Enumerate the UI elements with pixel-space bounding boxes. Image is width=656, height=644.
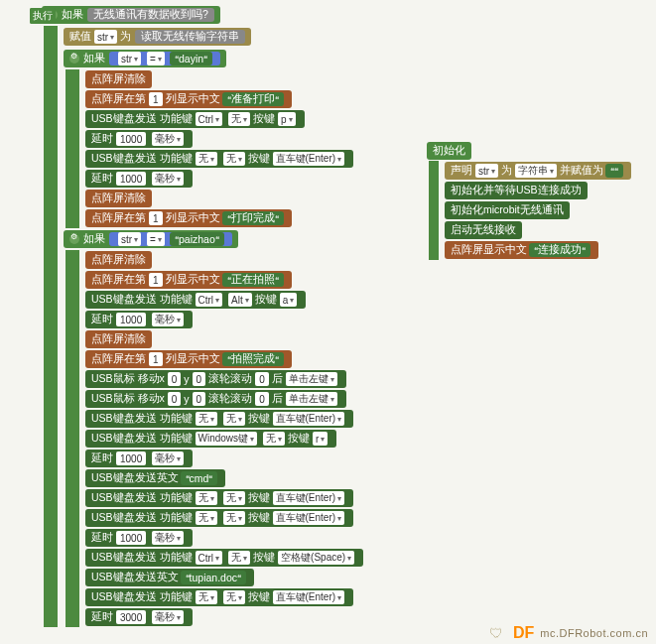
init-panel[interactable]: 初始化 声明 str 为 字符串 并赋值为 初始化并等待USB连接成功 初始化m… bbox=[427, 141, 631, 260]
delay-3[interactable]: 延时1000毫秒 bbox=[85, 311, 193, 328]
usb-enter-3[interactable]: USB键盘发送 功能键 无 无 按键 直车键(Enter) bbox=[85, 489, 353, 507]
eq-dayin[interactable]: str = dayin bbox=[109, 52, 220, 65]
read-wireless[interactable]: 读取无线传输字符串 bbox=[135, 30, 245, 44]
delay-4[interactable]: 延时1000毫秒 bbox=[85, 450, 193, 467]
init-title[interactable]: 初始化 bbox=[427, 142, 471, 160]
init-start-rx[interactable]: 启动无线接收 bbox=[445, 221, 522, 239]
delay-2[interactable]: 延时1000毫秒 bbox=[85, 170, 193, 188]
init-show-ok[interactable]: 点阵屏显示中文 连接成功 bbox=[445, 241, 598, 259]
mouse-2[interactable]: USB鼠标 移动x0 y0 滚轮滚动0 后单击左键 bbox=[85, 390, 346, 408]
clear-1[interactable]: 点阵屏清除 bbox=[85, 70, 152, 88]
delay-1[interactable]: 延时1000毫秒 bbox=[85, 130, 193, 148]
mouse-1[interactable]: USB鼠标 移动x0 y0 滚轮滚动0 后单击左键 bbox=[85, 370, 346, 388]
show-prepare[interactable]: 点阵屏在第1列显示中文 准备打印 bbox=[85, 90, 292, 108]
brand: DF bbox=[513, 624, 534, 642]
clear-2[interactable]: 点阵屏清除 bbox=[85, 190, 152, 207]
footer: 🛡 DF mc.DFRobot.com.cn bbox=[0, 622, 656, 644]
exec-label-2: 执行 bbox=[30, 8, 56, 24]
init-microbit[interactable]: 初始化microbit无线通讯 bbox=[445, 201, 570, 219]
usb-en-cmd[interactable]: USB键盘发送英文 cmd bbox=[85, 469, 225, 487]
init-declare[interactable]: 声明 str 为 字符串 并赋值为 bbox=[445, 162, 631, 180]
shield-icon: 🛡 bbox=[489, 625, 503, 641]
usb-ctrl-space[interactable]: USB键盘发送 功能键 Ctrl 无 按键 空格键(Space) bbox=[85, 549, 363, 567]
show-taking[interactable]: 点阵屏在第1列显示中文 正在拍照 bbox=[85, 271, 292, 289]
usb-ctrl-alt-a[interactable]: USB键盘发送 功能键 Ctrl Alt 按键 a bbox=[85, 291, 306, 309]
show-done-print[interactable]: 点阵屏在第1列显示中文 打印完成 bbox=[85, 209, 292, 227]
if-dayin[interactable]: 如果 str = dayin bbox=[64, 50, 226, 67]
usb-enter-2[interactable]: USB键盘发送 功能键 无 无 按键 直车键(Enter) bbox=[85, 410, 353, 428]
gear-icon bbox=[69, 54, 79, 64]
if-paizhao[interactable]: 如果 str = paizhao bbox=[64, 230, 238, 248]
usb-enter-5[interactable]: USB键盘发送 功能键 无 无 按键 直车键(Enter) bbox=[85, 588, 353, 606]
gear-icon bbox=[69, 234, 79, 244]
usb-enter-4[interactable]: USB键盘发送 功能键 无 无 按键 直车键(Enter) bbox=[85, 509, 353, 527]
init-usb[interactable]: 初始化并等待USB连接成功 bbox=[445, 182, 588, 199]
usb-en-tupian[interactable]: USB键盘发送英文 tupian.doc bbox=[85, 569, 254, 586]
var-dd[interactable]: str bbox=[94, 30, 117, 44]
show-done-photo[interactable]: 点阵屏在第1列显示中文 拍照完成 bbox=[85, 350, 292, 368]
eq-paizhao[interactable]: str = paizhao bbox=[109, 232, 232, 246]
cond-wireless[interactable]: 无线通讯有数据收到吗? bbox=[87, 8, 214, 22]
if-outer[interactable]: 如果 无线通讯有数据收到吗? bbox=[42, 6, 220, 24]
clear-3[interactable]: 点阵屏清除 bbox=[85, 251, 152, 269]
footer-url: mc.DFRobot.com.cn bbox=[540, 627, 648, 639]
clear-4[interactable]: 点阵屏清除 bbox=[85, 330, 152, 348]
usb-enter-1[interactable]: USB键盘发送 功能键 无 无 按键 直车键(Enter) bbox=[85, 150, 353, 168]
usb-win-r[interactable]: USB键盘发送 功能键 Windows键 无 按键 r bbox=[85, 430, 336, 448]
assign-str[interactable]: 赋值 str 为 读取无线传输字符串 bbox=[64, 28, 251, 46]
usb-ctrl-p[interactable]: USB键盘发送 功能键 Ctrl 无 按键 p bbox=[85, 110, 305, 128]
delay-5[interactable]: 延时1000毫秒 bbox=[85, 529, 193, 547]
